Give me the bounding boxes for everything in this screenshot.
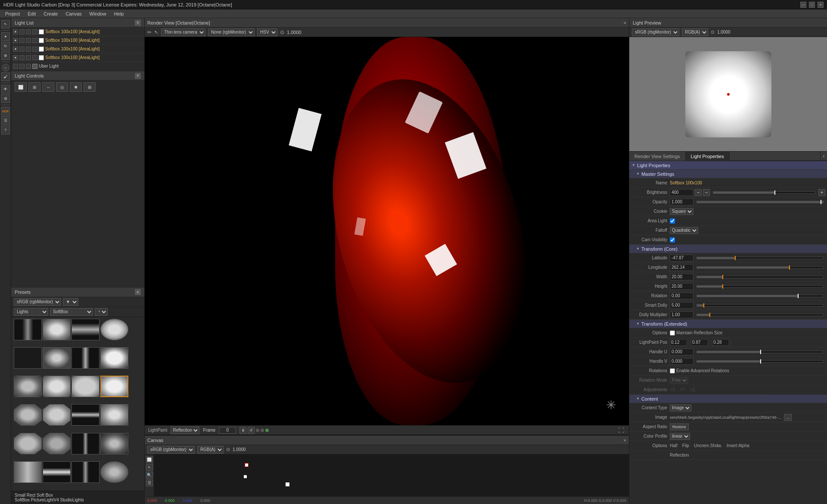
prop-longitude-input[interactable] [670,264,693,271]
ll-btn3-2[interactable] [26,38,31,43]
prop-lp-x-input[interactable] [670,339,687,346]
prop-brightness-input[interactable] [670,189,693,196]
preset-thumb-21[interactable] [14,461,42,483]
light-list-item-2[interactable]: ● Softbox 100x100 [AreaLight] [11,36,144,45]
master-settings-group-header[interactable]: ▼ Master Settings [629,170,827,178]
toolbar-eye-btn[interactable]: 👁 [1,85,10,93]
prop-width-input[interactable] [670,274,693,280]
preset-softbox-filter[interactable]: SoftBox [50,308,93,316]
prop-dolly-multiplier-slider[interactable] [696,314,824,316]
rv-color-space-select[interactable]: HSV [257,28,277,36]
lc-btn-6[interactable]: ⊞ [84,82,96,92]
toolbar-hdr-btn[interactable]: HDR [1,107,10,115]
rb-pause-btn[interactable]: ⏸ [239,427,246,434]
preset-thumb-1[interactable] [14,319,42,340]
preset-thumb-20[interactable] [100,433,128,454]
ll-btn2-5[interactable] [13,64,18,69]
lp-color-space-select[interactable]: RGB(A) [682,28,708,36]
preset-thumb-15[interactable] [72,404,99,426]
canvas-color-space-select[interactable]: RGB(A) [197,446,224,454]
ll-visibility-1[interactable]: ● [13,29,18,34]
prop-latitude-input[interactable] [670,255,693,261]
lc-btn-5[interactable]: ✱ [70,82,82,92]
preset-thumb-24[interactable] [100,461,128,483]
preset-thumb-3[interactable] [72,319,99,340]
light-list-item-3[interactable]: ● Softbox 100x100 [AreaLight] [11,45,144,53]
preset-thumb-9[interactable] [14,376,42,397]
toolbar-gear-btn[interactable]: ⚙ [1,94,10,103]
preset-thumb-11[interactable] [72,376,99,397]
prop-latitude-slider[interactable] [696,257,824,259]
menu-help[interactable]: Help [111,10,127,17]
rb-frame-input[interactable] [219,427,236,434]
menu-create[interactable]: Create [40,10,61,17]
preset-lights-filter[interactable]: Lights [14,308,48,316]
preset-thumb-4[interactable] [100,319,128,340]
lp-color-profile-select[interactable]: sRGB (rbgMonitor) [632,28,679,36]
presets-color-profile-select[interactable]: sRGB (rgbMonitor) [14,298,61,306]
content-group-header[interactable]: ▼ Content [629,395,827,403]
preset-thumb-22[interactable] [43,461,71,483]
ll-btn3-3[interactable] [26,47,31,52]
transform-core-group-header[interactable]: ▼ Transform (Core) [629,245,827,253]
light-list-item-5[interactable]: Uber Light [11,62,144,71]
ll-btn2-1[interactable] [19,29,25,34]
prop-cookie-select[interactable]: Square [670,208,693,215]
prop-smart-dolly-input[interactable] [670,302,693,309]
render-canvas-area[interactable]: ✳ [145,37,629,425]
properties-collapse-btn[interactable]: ‹ [820,152,827,161]
light-controls-close-btn[interactable]: × [135,73,141,79]
canvas-view[interactable] [154,454,629,496]
canvas-tool-1[interactable]: ⬜ [146,456,153,463]
preset-thumb-14[interactable] [43,404,71,426]
toolbar-paint-btn[interactable]: 🖌 [1,72,10,81]
menu-project[interactable]: Project [2,10,23,17]
preset-thumb-23[interactable] [72,461,99,483]
menu-canvas[interactable]: Canvas [62,10,85,17]
light-list-item-4[interactable]: ● Softbox 100x100 [AreaLight] [11,53,144,62]
prop-height-slider[interactable] [696,285,824,288]
prop-area-light-checkbox[interactable] [670,218,675,224]
toolbar-select-btn[interactable]: ↖ [1,20,10,28]
preset-thumb-6[interactable] [43,347,71,369]
ll-visibility-3[interactable]: ● [13,47,18,52]
ll-visibility-4[interactable]: ● [13,55,18,60]
canvas-close-btn[interactable]: × [624,438,626,443]
prop-rotation-mode-select[interactable]: Free [670,377,688,384]
ll-btn2-4[interactable] [19,55,25,60]
prop-handle-v-input[interactable] [670,358,693,365]
tab-light-properties[interactable]: Light Properties [686,152,730,161]
rv-camera-select[interactable]: Thin lens camera [161,28,205,36]
rv-color-profile-select[interactable]: None (rgbMonitor) [208,28,255,36]
lc-btn-4[interactable]: ◎ [56,82,68,92]
preset-thumb-8[interactable] [100,347,128,369]
lc-btn-2[interactable]: ⊞ [28,82,40,92]
prop-handle-v-slider[interactable] [696,360,824,363]
prop-color-profile-select[interactable]: linear [670,433,690,440]
presets-close-btn[interactable]: × [135,289,141,295]
prop-restore-btn[interactable]: Restore [670,423,689,430]
ll-btn4-1[interactable] [32,29,37,34]
prop-rotations-checkbox[interactable] [670,368,675,373]
maximize-button[interactable]: □ [809,2,815,8]
preset-thumb-10[interactable] [43,376,71,397]
prop-opacity-input[interactable] [670,199,693,205]
ll-btn4-5[interactable] [26,64,31,69]
ll-btn4-2[interactable] [32,38,37,43]
prop-smart-dolly-slider[interactable] [696,304,824,307]
canvas-tool-4[interactable]: ☰ [146,479,153,486]
prop-content-type-select[interactable]: Image [670,404,691,411]
prop-opacity-slider[interactable] [696,201,824,203]
toolbar-move-btn[interactable]: ✦ [1,32,10,41]
prop-width-slider[interactable] [696,276,824,278]
ll-btn4-3[interactable] [32,47,37,52]
rb-fullscreen-icon[interactable]: ⛶ [617,426,625,435]
prop-longitude-slider[interactable] [696,266,824,269]
prop-lp-z-input[interactable] [712,339,729,346]
prop-handle-u-input[interactable] [670,348,693,355]
preset-extra-filter[interactable]: ▼ [95,308,108,316]
prop-image-browse-btn[interactable]: ... [784,414,792,421]
light-list-close-btn[interactable]: × [135,20,141,26]
preset-thumb-2[interactable] [43,319,71,340]
preset-thumb-7[interactable] [72,347,99,369]
